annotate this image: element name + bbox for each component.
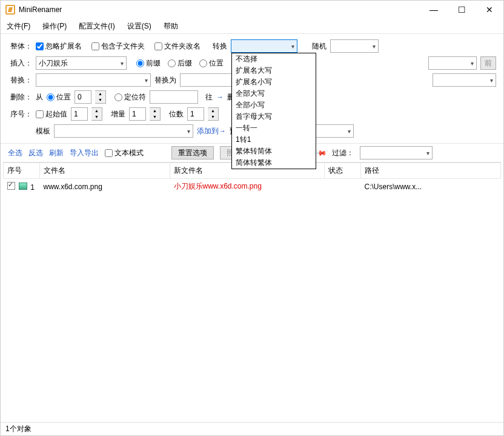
maximize-button[interactable]: ☐ <box>448 1 476 19</box>
window-controls: — ☐ ✕ <box>420 1 503 19</box>
radio-suffix-input[interactable] <box>168 59 176 67</box>
dropdown-opt-0[interactable]: 不选择 <box>232 53 316 65</box>
input-seq-digits[interactable]: 1 <box>187 107 204 121</box>
cell-filename: www.x6d.com.png <box>40 179 170 195</box>
title-bar: MiniRenamer — ☐ ✕ <box>1 1 503 19</box>
check-rename-folders[interactable]: 文件夹改名 <box>154 41 201 52</box>
radio-prefix-input[interactable] <box>136 59 144 67</box>
pin-icon[interactable]: 📌 <box>315 147 328 159</box>
input-replace-to[interactable] <box>180 73 234 87</box>
chevron-down-icon: ▾ <box>490 77 493 84</box>
checkbox-include-sub-input[interactable] <box>91 42 99 50</box>
cell-seq: 1 <box>4 179 40 195</box>
combo-random[interactable]: ▾ <box>330 39 379 53</box>
input-seq-start[interactable]: 1 <box>71 107 88 121</box>
check-start-value[interactable]: 起始值 <box>36 109 67 119</box>
menu-file[interactable]: 文件(F) <box>3 20 34 33</box>
combo-insert-extra[interactable]: ▾ <box>428 56 477 70</box>
checkbox-text-mode-input[interactable] <box>105 149 113 157</box>
menu-settings[interactable]: 设置(S) <box>124 20 155 33</box>
cell-newfilename: 小刀娱乐www.x6d.com.png <box>170 179 325 195</box>
chevron-down-icon: ▾ <box>121 60 124 67</box>
table-row[interactable]: 1 www.x6d.com.png 小刀娱乐www.x6d.com.png C:… <box>4 179 501 195</box>
spin-seq-digits[interactable]: ▲▼ <box>208 107 219 121</box>
cell-path: C:\Users\www.x... <box>361 179 501 195</box>
insert-value: 小刀娱乐 <box>39 58 68 69</box>
combo-template[interactable]: ▾ <box>54 124 193 138</box>
col-filename[interactable]: 文件名 <box>40 163 170 179</box>
radio-prefix[interactable]: 前缀 <box>136 58 161 69</box>
link-refresh[interactable]: 刷新 <box>49 148 64 158</box>
spin-del-from[interactable]: ▲▼ <box>95 90 106 104</box>
label-seq-digits: 位数 <box>169 109 184 119</box>
input-del-anchor[interactable] <box>150 90 198 104</box>
check-ignore-ext[interactable]: 忽略扩展名 <box>36 41 82 52</box>
chevron-down-icon: ▾ <box>471 60 474 67</box>
radio-del-position[interactable]: 位置 <box>47 92 71 102</box>
input-seq-step[interactable]: 1 <box>129 107 146 121</box>
chevron-down-icon: ▾ <box>426 150 429 156</box>
link-invert[interactable]: 反选 <box>28 148 43 158</box>
label-seq-step: 增量 <box>111 109 125 119</box>
options-panel: 整体： 忽略扩展名 包含子文件夹 文件夹改名 转换 ▾ 不选择 扩展名大写 扩展… <box>1 34 503 143</box>
label-sequence: 序号： <box>8 109 32 119</box>
radio-position[interactable]: 位置 <box>199 58 224 69</box>
link-add-to[interactable]: 添加到→ <box>197 126 226 136</box>
check-include-sub[interactable]: 包含子文件夹 <box>91 41 145 52</box>
cell-status <box>325 179 361 195</box>
status-bar: 1个对象 <box>1 422 503 435</box>
combo-replace-extra[interactable]: ▾ <box>433 73 496 87</box>
label-replace: 替换： <box>8 75 32 86</box>
file-table-wrap: 序号 文件名 新文件名 状态 路径 1 www.x6d.com.png 小刀娱乐… <box>3 162 501 420</box>
checkbox-ignore-ext-input[interactable] <box>36 42 44 50</box>
col-path[interactable]: 路径 <box>361 163 501 179</box>
chevron-down-icon: ▾ <box>348 128 351 135</box>
minimize-button[interactable]: — <box>420 1 448 19</box>
btn-before[interactable]: 前 <box>480 56 496 70</box>
combo-insert-text[interactable]: 小刀娱乐▾ <box>36 56 127 70</box>
close-button[interactable]: ✕ <box>476 1 503 19</box>
dropdown-opt-8[interactable]: 繁体转简体 <box>232 146 316 157</box>
dropdown-convert-list: 不选择 扩展名大写 扩展名小写 全部大写 全部小写 首字母大写 一转一 1转1 … <box>231 53 316 169</box>
link-import-export[interactable]: 导入导出 <box>70 148 99 158</box>
spin-seq-step[interactable]: ▲▼ <box>150 107 161 121</box>
dropdown-opt-1[interactable]: 扩展名大写 <box>232 65 316 76</box>
dropdown-opt-6[interactable]: 一转一 <box>232 122 316 134</box>
image-file-icon <box>19 183 27 190</box>
dropdown-opt-4[interactable]: 全部小写 <box>232 99 316 111</box>
input-del-from[interactable]: 0 <box>75 90 91 104</box>
combo-filter[interactable]: ▾ <box>360 146 433 159</box>
spin-seq-start[interactable]: ▲▼ <box>91 107 102 121</box>
dropdown-opt-9[interactable]: 简体转繁体 <box>232 157 316 169</box>
col-seq[interactable]: 序号 <box>4 163 40 179</box>
label-random: 随机 <box>312 41 327 52</box>
radio-suffix[interactable]: 后缀 <box>168 58 192 69</box>
radio-del-pos-input[interactable] <box>47 93 55 101</box>
status-text: 1个对象 <box>5 424 31 434</box>
dropdown-opt-7[interactable]: 1转1 <box>232 134 316 146</box>
combo-replace-from[interactable]: ▾ <box>36 73 151 87</box>
link-select-all[interactable]: 全选 <box>8 148 22 158</box>
radio-del-anchor-input[interactable] <box>114 93 122 101</box>
menu-operate[interactable]: 操作(P) <box>39 20 70 33</box>
label-delete: 删除： <box>8 92 32 102</box>
chevron-down-icon: ▾ <box>373 43 376 50</box>
btn-reset-options[interactable]: 重置选项 <box>171 146 214 159</box>
chevron-down-icon: ▾ <box>291 43 294 50</box>
chevron-down-icon: ▾ <box>187 128 190 135</box>
table-empty-area[interactable] <box>3 194 501 420</box>
check-text-mode[interactable]: 文本模式 <box>105 148 144 158</box>
dropdown-opt-5[interactable]: 首字母大写 <box>232 111 316 122</box>
checkbox-start-input[interactable] <box>36 110 44 118</box>
col-status[interactable]: 状态 <box>325 163 361 179</box>
radio-del-anchor[interactable]: 定位符 <box>114 92 146 102</box>
radio-position-input[interactable] <box>199 59 207 67</box>
checkbox-rename-folders-input[interactable] <box>154 42 162 50</box>
row-check-icon[interactable] <box>7 182 15 190</box>
dropdown-opt-3[interactable]: 全部大写 <box>232 88 316 99</box>
combo-convert[interactable]: ▾ 不选择 扩展名大写 扩展名小写 全部大写 全部小写 首字母大写 一转一 1转… <box>231 39 297 53</box>
menu-config[interactable]: 配置文件(I) <box>75 20 118 33</box>
menu-help[interactable]: 帮助 <box>160 20 182 33</box>
dropdown-opt-2[interactable]: 扩展名小写 <box>232 76 316 88</box>
row-overall: 整体： 忽略扩展名 包含子文件夹 文件夹改名 转换 ▾ 不选择 扩展名大写 扩展… <box>8 38 496 55</box>
